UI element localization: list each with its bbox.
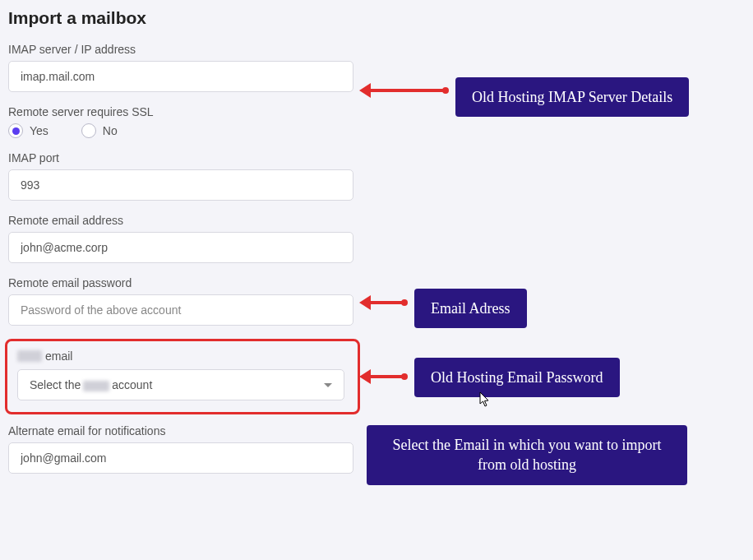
redacted-text	[83, 381, 109, 391]
remote-password-label: Remote email password	[8, 276, 745, 289]
remote-email-input[interactable]	[8, 232, 353, 263]
page-title: Import a mailbox	[8, 8, 745, 28]
callout-password: Old Hosting Email Password	[414, 358, 620, 397]
target-email-label: email	[17, 349, 348, 363]
ssl-yes-option[interactable]: Yes	[8, 123, 49, 138]
remote-password-input[interactable]	[8, 294, 353, 326]
target-email-label-suffix: email	[45, 349, 72, 363]
target-email-highlight: email Select theaccount	[5, 339, 360, 414]
remote-email-group: Remote email address	[8, 214, 745, 263]
radio-icon	[81, 123, 96, 138]
alt-email-input[interactable]	[8, 442, 353, 474]
ssl-yes-label: Yes	[30, 124, 49, 137]
callout-imap: Old Hosting IMAP Server Details	[455, 77, 689, 117]
target-email-select[interactable]: Select theaccount	[17, 369, 344, 400]
ssl-radio-row: Yes No	[8, 123, 745, 138]
callout-select: Select the Email in which you want to im…	[367, 425, 687, 485]
radio-icon	[8, 123, 23, 138]
redacted-text	[17, 350, 42, 362]
callout-email: Email Adress	[414, 289, 527, 328]
target-email-select-text: Select theaccount	[30, 378, 152, 391]
ssl-no-label: No	[103, 124, 118, 137]
ssl-no-option[interactable]: No	[81, 123, 118, 138]
arrow-icon	[369, 301, 405, 304]
imap-server-input[interactable]	[8, 61, 353, 92]
imap-port-label: IMAP port	[8, 151, 745, 164]
imap-port-input[interactable]	[8, 169, 353, 201]
imap-server-label: IMAP server / IP address	[8, 43, 745, 56]
imap-port-group: IMAP port	[8, 151, 745, 201]
arrow-icon	[369, 375, 405, 378]
chevron-down-icon	[324, 383, 332, 387]
arrow-icon	[369, 89, 446, 92]
remote-email-label: Remote email address	[8, 214, 745, 227]
cursor-icon	[479, 391, 491, 408]
